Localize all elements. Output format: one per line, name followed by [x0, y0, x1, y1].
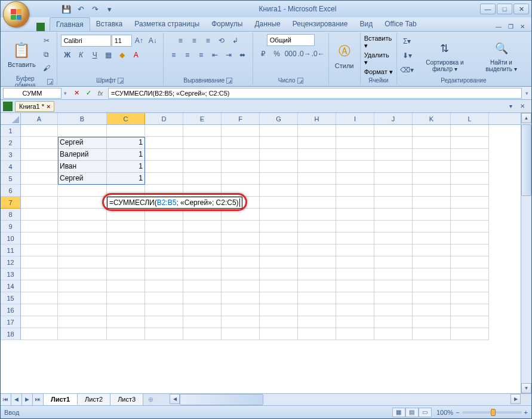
sheet-nav-next-icon[interactable]: ▶ [22, 394, 33, 405]
sheet-nav-prev-icon[interactable]: ◀ [11, 394, 22, 405]
cell[interactable] [107, 292, 145, 304]
column-header[interactable]: A [21, 113, 58, 124]
cell[interactable] [183, 280, 222, 292]
insert-cells-button[interactable]: Вставить ▾ [364, 35, 393, 50]
cancel-formula-button[interactable]: ✕ [71, 88, 82, 99]
cell[interactable] [222, 268, 260, 280]
cell[interactable] [374, 328, 413, 340]
number-dialog-launcher[interactable] [297, 78, 303, 84]
expand-formula-bar-icon[interactable]: ▾ [522, 90, 531, 96]
cell[interactable] [21, 221, 58, 233]
cell[interactable] [107, 209, 145, 221]
cell[interactable] [107, 244, 145, 256]
cell[interactable] [336, 173, 374, 185]
cell[interactable] [413, 304, 451, 316]
cell[interactable] [183, 161, 222, 173]
cell[interactable] [298, 328, 336, 340]
cell[interactable]: Валерий [58, 149, 107, 161]
cell[interactable] [374, 233, 413, 244]
cell[interactable] [336, 125, 374, 137]
name-box[interactable]: СУММ [3, 88, 61, 99]
fill-color-icon[interactable]: ◆ [116, 48, 129, 62]
cell[interactable] [336, 209, 374, 221]
cell[interactable] [374, 197, 413, 209]
cell[interactable] [413, 137, 451, 149]
align-left-icon[interactable]: ≡ [167, 48, 180, 62]
cell[interactable] [298, 280, 336, 292]
cell[interactable] [451, 268, 489, 280]
cell[interactable] [58, 304, 107, 316]
decrease-indent-icon[interactable]: ⇤ [208, 48, 222, 62]
column-header[interactable]: B [58, 113, 107, 124]
cell[interactable] [58, 328, 107, 340]
cell[interactable] [21, 161, 58, 173]
cell[interactable] [183, 316, 222, 328]
cell[interactable] [298, 185, 336, 197]
enter-formula-button[interactable]: ✓ [83, 88, 94, 99]
font-color-icon[interactable]: A [130, 48, 143, 62]
cell[interactable]: Иван [58, 161, 107, 173]
new-sheet-button[interactable]: ⊕ [143, 394, 158, 405]
cell[interactable] [374, 304, 413, 316]
row-header[interactable]: 14 [1, 280, 20, 292]
column-header[interactable]: C [107, 113, 145, 124]
normal-view-button[interactable]: ▦ [392, 408, 405, 417]
cell[interactable] [183, 328, 222, 340]
column-header[interactable]: G [260, 113, 298, 124]
cell[interactable] [298, 173, 336, 185]
zoom-out-button[interactable]: − [456, 409, 459, 416]
row-header[interactable]: 2 [1, 137, 20, 149]
mdi-minimize-button[interactable]: — [493, 22, 504, 31]
cell[interactable] [336, 292, 374, 304]
cell[interactable] [260, 328, 298, 340]
scroll-down-icon[interactable]: ▼ [521, 383, 531, 393]
cell[interactable] [107, 221, 145, 233]
mdi-restore-button[interactable]: ❐ [505, 22, 516, 31]
cell[interactable] [298, 244, 336, 256]
cut-icon[interactable]: ✂ [40, 34, 53, 47]
cell[interactable] [145, 280, 183, 292]
cell[interactable] [183, 137, 222, 149]
cell[interactable] [222, 137, 260, 149]
cell[interactable] [336, 268, 374, 280]
cell[interactable] [336, 149, 374, 161]
cell[interactable] [413, 173, 451, 185]
cell[interactable] [336, 197, 374, 209]
wrap-text-icon[interactable]: ↲ [229, 34, 242, 47]
cell[interactable] [260, 185, 298, 197]
cell[interactable] [336, 244, 374, 256]
cell[interactable] [374, 125, 413, 137]
align-middle-icon[interactable]: ≡ [187, 34, 201, 47]
row-header[interactable]: 17 [1, 316, 20, 328]
cell[interactable] [21, 280, 58, 292]
cell[interactable] [413, 280, 451, 292]
cell[interactable] [145, 221, 183, 233]
row-header[interactable]: 1 [1, 125, 20, 137]
horizontal-scrollbar[interactable]: ◀ ▶ [170, 394, 521, 405]
close-button[interactable]: ✕ [513, 4, 529, 14]
scroll-left-icon[interactable]: ◀ [170, 394, 180, 404]
cell[interactable] [374, 280, 413, 292]
fill-icon[interactable]: ⬇▾ [401, 49, 414, 62]
page-layout-view-button[interactable]: ▤ [405, 408, 419, 417]
styles-button[interactable]: Ⓐ Стили [333, 41, 356, 71]
cell[interactable] [413, 256, 451, 268]
row-header[interactable]: 6 [1, 185, 20, 197]
cell[interactable] [145, 304, 183, 316]
cell[interactable] [183, 292, 222, 304]
column-header[interactable]: E [183, 113, 222, 124]
cell[interactable] [21, 149, 58, 161]
cell[interactable] [298, 316, 336, 328]
cell[interactable] [298, 149, 336, 161]
cell[interactable] [336, 328, 374, 340]
cell[interactable] [222, 304, 260, 316]
cell[interactable] [451, 197, 489, 209]
cell[interactable] [260, 316, 298, 328]
cell[interactable] [222, 280, 260, 292]
cell[interactable] [298, 197, 336, 209]
minimize-button[interactable]: — [480, 4, 496, 14]
row-header[interactable]: 11 [1, 244, 20, 256]
alignment-dialog-launcher[interactable] [226, 78, 232, 84]
cell[interactable] [260, 125, 298, 137]
cell[interactable] [58, 316, 107, 328]
